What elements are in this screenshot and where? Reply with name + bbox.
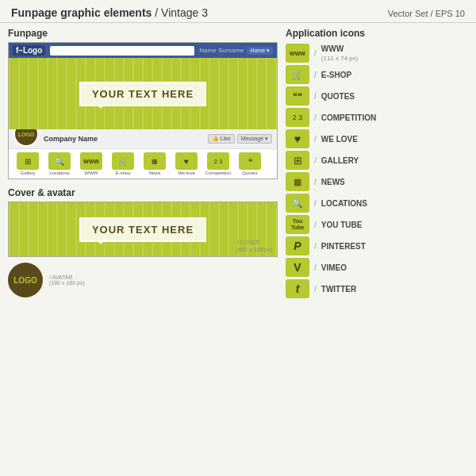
gallery-app-label: GALLERY — [321, 156, 359, 165]
app-icon-eshop[interactable]: 🛒 E-shop — [109, 152, 137, 175]
list-item-welove: ♥ / WE LOVE — [286, 129, 468, 148]
app-icon-welove[interactable]: ♥ We love — [172, 152, 201, 175]
locations-icon: 🔍 — [48, 152, 71, 170]
fb-cover: YOUR TEXT HERE — [9, 58, 277, 129]
gallery-icon: ⊞ — [17, 152, 39, 170]
locations-label: Locations — [45, 171, 74, 175]
list-item-youtube: YouTube / YOU TUBE — [286, 215, 468, 234]
eshop-icon: 🛒 — [112, 152, 134, 170]
pinterest-app-icon: P — [286, 236, 309, 255]
competition-label: Competition — [204, 171, 232, 175]
avatar-circle: LOGO — [8, 263, 43, 298]
welove-icon: ♥ — [175, 152, 198, 170]
list-item-eshop: 🛒 / E-SHOP — [286, 65, 468, 84]
news-app-icon: ▦ — [286, 172, 309, 191]
list-item-vimeo: V / VIMEO — [286, 258, 468, 277]
cover-label: / COVER (861 x 315 px) — [236, 239, 272, 253]
www-app-label: WWW(111 x 74 px) — [321, 44, 359, 62]
news-app-label: NEWS — [321, 178, 345, 186]
news-icon: ▦ — [144, 152, 166, 170]
app-icons-list: WWW / WWW(111 x 74 px) 🛒 / E-SHOP ❝❝ / Q… — [286, 44, 468, 298]
gallery-label: Gallery — [13, 171, 42, 175]
title-sep: / — [152, 6, 161, 19]
app-icon-news[interactable]: ▦ News — [140, 152, 169, 175]
www-label: WWW — [77, 171, 106, 175]
cover-section-label: Cover & avatar — [8, 187, 278, 198]
list-item-gallery: ⊞ / GALLERY — [286, 151, 468, 170]
list-item-news: ▦ / NEWS — [286, 172, 468, 191]
list-item-pinterest: P / PINTEREST — [286, 236, 468, 255]
right-column: Application icons WWW / WWW(111 x 74 px)… — [286, 28, 468, 301]
app-icon-gallery[interactable]: ⊞ Gallery — [13, 152, 42, 175]
twitter-app-icon: t — [286, 279, 309, 298]
youtube-app-label: YOU TUBE — [321, 221, 363, 229]
left-column: Funpage f–Logo Name Surname Home ▾ YOUR … — [8, 28, 278, 301]
www-icon: WWW — [80, 152, 102, 170]
competition-app-icon: 2 3 — [286, 108, 309, 127]
funpage-mockup: f–Logo Name Surname Home ▾ YOUR TEXT HER… — [8, 42, 278, 179]
list-item-competition: 2 3 / COMPETITION — [286, 108, 468, 127]
vimeo-app-icon: V — [286, 258, 309, 277]
gallery-app-icon: ⊞ — [286, 151, 309, 170]
app-icons-title: Application icons — [286, 28, 468, 39]
avatar-label: / AVATAR (180 x 180 px) — [49, 274, 85, 286]
locations-app-label: LOCATIONS — [321, 199, 367, 208]
list-item-locations: 🔍 / LOCATIONS — [286, 194, 468, 213]
cover-speech-bubble: YOUR TEXT HERE — [79, 217, 206, 242]
fb-actions: 👍 Like Message ▾ — [208, 134, 272, 144]
quotes-app-label: QUOTES — [321, 92, 355, 101]
eshop-label: E-shop — [109, 171, 137, 175]
locations-app-icon: 🔍 — [286, 194, 309, 213]
fb-nav-right: Name Surname Home ▾ — [199, 47, 273, 55]
cover-text: YOUR TEXT HERE — [92, 88, 194, 100]
page-header: Funpage graphic elements / Vintage 3 Vec… — [0, 0, 476, 23]
fb-profile-bar: LOGO Company Name 👍 Like Message ▾ — [9, 129, 277, 149]
cover-avatar-section: Cover & avatar YOUR TEXT HERE / COVER (8… — [8, 187, 278, 301]
fb-nav: f–Logo Name Surname Home ▾ — [9, 43, 277, 58]
fb-like-btn[interactable]: 👍 Like — [208, 134, 235, 144]
quotes-app-icon: ❝❝ — [286, 86, 309, 106]
quotes-icon: ❝ — [239, 152, 261, 170]
list-item-twitter: t / TWITTER — [286, 279, 468, 298]
fb-nav-name: Name Surname — [199, 47, 244, 55]
quotes-label: Quotes — [236, 171, 264, 175]
competition-app-label: COMPETITION — [321, 113, 376, 122]
fb-home-btn[interactable]: Home ▾ — [247, 47, 273, 55]
welove-app-label: WE LOVE — [321, 135, 358, 144]
eshop-app-icon: 🛒 — [286, 65, 309, 84]
page-title: Funpage graphic elements / Vintage 3 — [11, 6, 208, 19]
header-right-text: Vector Set / EPS 10 — [388, 9, 465, 18]
pinterest-app-label: PINTEREST — [321, 242, 366, 251]
avatar-row: LOGO / AVATAR (180 x 180 px) — [8, 259, 278, 301]
www-app-icon: WWW — [286, 44, 309, 63]
app-icon-www[interactable]: WWW WWW — [77, 152, 106, 175]
welove-label: We love — [172, 171, 201, 175]
speech-bubble: YOUR TEXT HERE — [79, 82, 206, 106]
twitter-app-label: TWITTER — [321, 285, 356, 294]
cover-mockup: YOUR TEXT HERE / COVER (861 x 315 px) — [8, 202, 278, 257]
list-item-quotes: ❝❝ / QUOTES — [286, 86, 468, 106]
title-sub: Vintage 3 — [161, 6, 208, 19]
news-label: News — [140, 171, 169, 175]
fb-message-btn[interactable]: Message ▾ — [237, 134, 272, 144]
cover-text-2: YOUR TEXT HERE — [92, 224, 194, 236]
list-item-www: WWW / WWW(111 x 74 px) — [286, 44, 468, 63]
app-icon-competition[interactable]: 2 3 Competition — [204, 152, 232, 175]
main-layout: Funpage f–Logo Name Surname Home ▾ YOUR … — [0, 23, 476, 305]
title-bold: Funpage graphic elements — [11, 6, 152, 19]
app-icon-locations[interactable]: 🔍 Locations — [45, 152, 74, 175]
funpage-label: Funpage — [8, 28, 278, 39]
fb-apps-row: ⊞ Gallery 🔍 Locations WWW WWW 🛒 E-shop ▦ — [9, 149, 277, 178]
fb-company-name: Company Name — [44, 135, 203, 143]
fb-search-bar — [50, 46, 194, 56]
fb-logo: f–Logo — [13, 45, 45, 56]
welove-app-icon: ♥ — [286, 129, 309, 148]
eshop-app-label: E-SHOP — [321, 71, 351, 79]
vimeo-app-label: VIMEO — [321, 263, 347, 272]
competition-icon: 2 3 — [207, 152, 229, 170]
youtube-app-icon: YouTube — [286, 215, 309, 234]
app-icon-quotes[interactable]: ❝ Quotes — [236, 152, 264, 175]
